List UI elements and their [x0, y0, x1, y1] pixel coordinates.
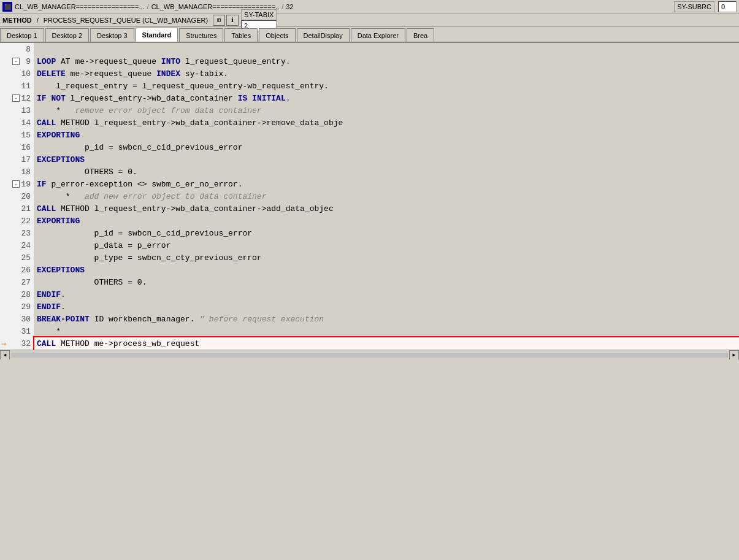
line-number-16: 16: [21, 143, 31, 152]
collapse-icon-19[interactable]: −: [12, 180, 20, 188]
sy-subrc-field: SY-SUBRC 0: [674, 1, 737, 12]
gutter-row-9: −9: [0, 55, 34, 67]
tab-tables[interactable]: Tables: [224, 28, 258, 42]
line-number-10: 10: [21, 69, 31, 79]
scroll-left-arrow[interactable]: ◀: [0, 350, 10, 360]
main-code-panel: 8−91011−12131415161718−19202122232425262…: [0, 43, 739, 350]
code-line-19: IF p_error-exception <> swbm_c_er_no_err…: [34, 178, 739, 190]
line-number-29: 29: [21, 302, 31, 312]
code-line-8: [34, 43, 739, 55]
tab-data-explorer[interactable]: Data Explorer: [351, 28, 405, 42]
code-line-13: * remove error object from data containe…: [34, 104, 739, 117]
line-number-22: 22: [21, 217, 31, 226]
gutter-row-26: 26: [0, 264, 34, 276]
code-line-24: p_data = p_error: [34, 239, 739, 251]
tab-desktop-2[interactable]: Desktop 2: [45, 28, 90, 42]
code-line-26: EXCEPTIONS: [34, 264, 739, 276]
code-line-17: EXCEPTIONS: [34, 153, 739, 166]
gutter-column: 8−91011−12131415161718−19202122232425262…: [0, 43, 34, 350]
line-number-24: 24: [21, 241, 31, 250]
tab-structures[interactable]: Structures: [179, 28, 223, 42]
window-icon: ⬛: [2, 2, 12, 12]
title-row-1: ⬛ CL_WB_MANAGER================... / CL_…: [0, 0, 739, 13]
gutter-row-15: 15: [0, 129, 34, 141]
code-line-16: p_id = swbcn_c_cid_previous_error: [34, 141, 739, 153]
method-name: PROCESS_REQUEST_QUEUE (CL_WB_MANAGER): [44, 17, 208, 24]
line-number-21: 21: [21, 204, 31, 213]
path-item-3: 32: [286, 3, 293, 10]
gutter-row-18: 18: [0, 166, 34, 178]
tab-standard[interactable]: Standard: [136, 28, 178, 42]
tab-detaildisplay[interactable]: DetailDisplay: [297, 28, 350, 42]
gutter-row-23: 23: [0, 227, 34, 239]
collapse-icon-9[interactable]: −: [12, 58, 20, 65]
tab-brea[interactable]: Brea: [407, 28, 434, 42]
tab-desktop-1[interactable]: Desktop 1: [0, 28, 44, 42]
line-number-26: 26: [21, 266, 31, 275]
gutter-row-22: 22: [0, 215, 34, 227]
gutter-row-16: 16: [0, 141, 34, 153]
code-line-10: DELETE me->request_queue INDEX sy-tabix.: [34, 67, 739, 80]
code-line-11: l_request_entry = l_request_queue_entry-…: [34, 80, 739, 92]
app-window: ⬛ CL_WB_MANAGER================... / CL_…: [0, 0, 739, 359]
code-line-32: CALL METHOD me->process_wb_request: [34, 337, 739, 350]
gutter-row-21: 21: [0, 202, 34, 215]
line-number-25: 25: [21, 253, 31, 263]
icon-info[interactable]: ℹ: [226, 15, 239, 26]
method-sep: /: [37, 17, 39, 24]
path-sep-2: /: [281, 3, 283, 10]
line-number-11: 11: [21, 82, 31, 91]
line-number-19: 19: [21, 180, 31, 189]
gutter-row-30: 30: [0, 313, 34, 325]
gutter-row-25: 25: [0, 251, 34, 264]
code-column: LOOP AT me->request_queue INTO l_request…: [34, 43, 739, 350]
method-row: METHOD / PROCESS_REQUEST_QUEUE (CL_WB_MA…: [0, 13, 739, 27]
gutter-row-20: 20: [0, 190, 34, 202]
scroll-right-arrow[interactable]: ▶: [729, 350, 739, 360]
gutter-row-24: 24: [0, 239, 34, 251]
sy-subrc-label: SY-SUBRC: [674, 1, 714, 12]
line-number-18: 18: [21, 167, 31, 177]
icon-grid[interactable]: ⊞: [213, 15, 225, 26]
line-number-9: 9: [26, 57, 31, 66]
gutter-row-29: 29: [0, 301, 34, 313]
code-line-22: EXPORTING: [34, 215, 739, 227]
scroll-track[interactable]: [11, 353, 728, 358]
gutter-row-27: 27: [0, 276, 34, 288]
line-number-20: 20: [21, 192, 31, 201]
gutter-row-10: 10: [0, 67, 34, 80]
gutter-row-31: 31: [0, 325, 34, 337]
line-number-15: 15: [21, 131, 31, 140]
tab-objects[interactable]: Objects: [259, 28, 295, 42]
line-number-12: 12: [21, 94, 31, 103]
line-number-30: 30: [21, 315, 31, 324]
code-line-25: p_type = swbcn_c_cty_previous_error: [34, 251, 739, 264]
gutter-row-28: 28: [0, 288, 34, 301]
line-number-28: 28: [21, 290, 31, 299]
code-line-23: p_id = swbcn_c_cid_previous_error: [34, 227, 739, 239]
code-line-30: BREAK-POINT ID workbench_manager. " befo…: [34, 313, 739, 325]
line-number-8: 8: [26, 45, 31, 54]
gutter-row-13: 13: [0, 104, 34, 117]
code-line-27: OTHERS = 0.: [34, 276, 739, 288]
code-line-20: * add new error object to data container: [34, 190, 739, 202]
code-line-18: OTHERS = 0.: [34, 166, 739, 178]
gutter-row-8: 8: [0, 43, 34, 55]
sy-tabix-label: SY-TABIX: [241, 9, 277, 20]
code-line-14: CALL METHOD l_request_entry->wb_data_con…: [34, 117, 739, 129]
code-line-21: CALL METHOD l_request_entry->wb_data_con…: [34, 202, 739, 215]
collapse-icon-12[interactable]: −: [12, 94, 20, 102]
code-line-29: ENDIF.: [34, 301, 739, 313]
method-label: METHOD: [2, 17, 32, 24]
gutter-row-17: 17: [0, 153, 34, 166]
tabs-row: Desktop 1Desktop 2Desktop 3StandardStruc…: [0, 27, 739, 43]
current-line-arrow: ⇒: [1, 339, 6, 349]
gutter-row-32: ⇒32: [0, 337, 34, 350]
gutter-row-19: −19: [0, 178, 34, 190]
line-number-13: 13: [21, 106, 31, 115]
path-item-1: CL_WB_MANAGER================...: [15, 3, 145, 10]
bottom-scrollbar[interactable]: ◀ ▶: [0, 350, 739, 359]
line-number-32: 32: [21, 339, 31, 348]
tab-desktop-3[interactable]: Desktop 3: [90, 28, 134, 42]
line-number-27: 27: [21, 278, 31, 287]
